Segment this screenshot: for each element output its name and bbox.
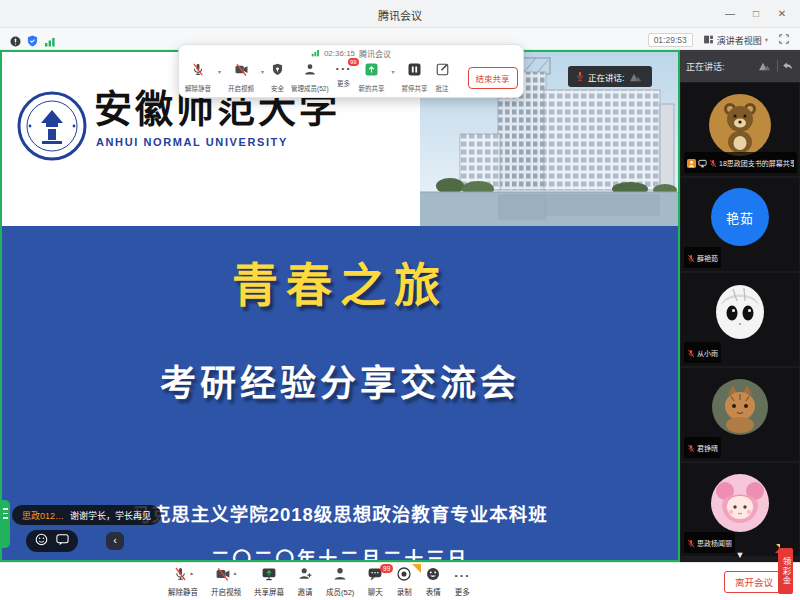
more-button[interactable]: ··· 更多: [454, 567, 470, 597]
new-share-button[interactable]: 新的共享: [359, 62, 385, 93]
chevron-down-icon[interactable]: ▾: [218, 68, 221, 75]
manage-members-button[interactable]: 管理成员(52): [291, 62, 329, 93]
participant-name: 从小雨: [697, 348, 718, 358]
presenter-icon: [687, 154, 696, 172]
camera-off-icon: [215, 566, 231, 586]
initials-avatar: 艳茹: [711, 188, 769, 246]
mic-muted-mini-icon: [687, 249, 695, 267]
chat-bubble-icon[interactable]: [56, 532, 69, 550]
pen-annotate-icon: [435, 62, 450, 81]
speaking-label: 正在讲话:: [686, 60, 753, 73]
record-button[interactable]: 录制: [396, 567, 412, 597]
chat-sender: 思政012…: [22, 509, 64, 522]
fullscreen-icon[interactable]: [778, 31, 790, 49]
participant-name: 薛艳茹: [697, 253, 718, 263]
security-button[interactable]: 安全: [271, 62, 284, 93]
participants-sidebar: 正在讲话:: [680, 50, 800, 562]
start-video-button[interactable]: 开启视频: [228, 62, 254, 93]
chevron-down-icon[interactable]: ▾: [261, 68, 264, 75]
maximize-button[interactable]: □: [746, 5, 766, 23]
slide-subtitle: 考研经验分享交流会: [2, 354, 678, 406]
promo-ribbon-notch: [775, 548, 780, 553]
network-signal-icon: [44, 33, 56, 51]
unmute-button[interactable]: ▴ 解除静音: [168, 567, 198, 597]
notification-badge: 99: [348, 58, 359, 66]
window-title: 腾讯会议: [0, 7, 800, 23]
shared-screen-area: 安徽师范大学 ANHUI NORMAL UNIVERSITY: [0, 50, 680, 562]
university-name-en: ANHUI NORMAL UNIVERSITY: [96, 136, 288, 148]
meeting-logo-icon: [628, 68, 644, 86]
participant-name: 思政杨闻丽: [697, 538, 732, 548]
sidebar-header: 正在讲话:: [680, 50, 800, 82]
promo-corner-badge: [412, 564, 421, 573]
members-button[interactable]: 成员(52): [326, 567, 354, 597]
participant-tile[interactable]: 思政杨闻丽: [681, 463, 799, 556]
security-shield-icon[interactable]: [27, 33, 38, 51]
chevron-up-icon[interactable]: ▴: [190, 569, 193, 576]
side-panel-handle[interactable]: [0, 500, 10, 548]
leave-meeting-button[interactable]: 离开会议: [724, 571, 784, 593]
chat-message-bubble: 思政012… 谢谢学长，学长再见: [12, 505, 161, 525]
chat-button[interactable]: 99 聊天: [367, 567, 383, 597]
smiley-icon: [425, 566, 441, 586]
layout-view-icon: [703, 34, 714, 47]
minimize-button[interactable]: —: [720, 5, 740, 23]
end-share-button[interactable]: 结束共享: [468, 67, 518, 89]
chevron-up-icon[interactable]: ▴: [233, 569, 236, 576]
participant-tile[interactable]: 艳茹 薛艳茹: [681, 178, 799, 271]
promo-ribbon[interactable]: 领彩金: [778, 548, 793, 594]
pause-share-button[interactable]: 暂停共享: [402, 62, 428, 93]
bear-avatar: [708, 93, 772, 161]
share-elapsed-time: 02:36:15: [324, 49, 355, 58]
reply-arrow-icon[interactable]: [782, 57, 794, 75]
pause-icon: [407, 62, 422, 81]
participant-tile[interactable]: 从小雨: [681, 273, 799, 366]
close-button[interactable]: ✕: [772, 5, 792, 23]
window-titlebar: 腾讯会议 — □ ✕: [0, 0, 800, 28]
mic-muted-mini-icon: [687, 439, 695, 457]
pink-girl-avatar: [710, 473, 770, 537]
invite-button[interactable]: 邀请: [297, 567, 313, 597]
person-icon: [332, 566, 348, 586]
screen-share-mini-icon: [698, 154, 707, 172]
person-icon: [303, 62, 317, 81]
more-dots-icon: ···: [454, 569, 470, 583]
camera-off-icon: [234, 62, 249, 81]
participant-tile[interactable]: 君铮晴: [681, 368, 799, 461]
cartoon-face-avatar: [711, 283, 769, 345]
quick-reaction-bar: [26, 530, 78, 552]
share-meeting-name: 腾讯会议: [359, 48, 391, 59]
tencent-meeting-window: 腾讯会议 — □ ✕ 01:29:53 演讲者视图: [0, 0, 800, 600]
emoji-icon[interactable]: [35, 532, 48, 550]
meeting-bottombar: ▴ 解除静音 ▴ 开启视频 共享屏幕: [0, 562, 800, 600]
mic-muted-mini-icon: [687, 344, 695, 362]
unmute-button[interactable]: 解除静音: [185, 62, 211, 93]
share-screen-button[interactable]: 共享屏幕: [254, 567, 284, 597]
mic-muted-mini-icon: [687, 534, 695, 552]
signal-bars-icon: [311, 49, 320, 59]
mic-muted-icon: [173, 566, 188, 586]
participant-tile[interactable]: 18思政团支书的屏幕共享: [681, 83, 799, 176]
chevron-down-icon[interactable]: ▾: [392, 68, 395, 75]
start-video-button[interactable]: ▴ 开启视频: [211, 567, 241, 597]
share-control-toolbar: 02:36:15 腾讯会议 解除静音 ▾ 开启视频 ▾: [178, 44, 524, 98]
mic-muted-mini-icon: [709, 154, 717, 172]
person-plus-icon: [297, 566, 313, 586]
chat-unread-badge: 99: [380, 564, 393, 573]
reactions-button[interactable]: 表情: [425, 567, 441, 597]
slide-title: 青春之旅: [2, 248, 678, 314]
speaker-view-button[interactable]: 演讲者视图 ▾: [703, 34, 768, 47]
participant-name: 18思政团支书的屏幕共享: [719, 158, 794, 168]
meeting-info-icon[interactable]: [10, 33, 21, 51]
share-screen-icon: [261, 566, 277, 586]
new-share-icon: [364, 62, 379, 81]
elapsed-time: 01:29:53: [648, 33, 693, 47]
more-button[interactable]: ··· 99 更多: [336, 62, 352, 88]
shield-icon: [271, 62, 284, 81]
chat-message: 谢谢学长，学长再见: [70, 509, 151, 522]
mic-muted-icon: [191, 62, 205, 81]
participant-name: 君铮晴: [697, 443, 718, 453]
annotate-button[interactable]: 批注: [435, 62, 450, 93]
collapse-chevron-icon[interactable]: ‹: [106, 532, 124, 550]
cat-avatar: [711, 378, 769, 440]
